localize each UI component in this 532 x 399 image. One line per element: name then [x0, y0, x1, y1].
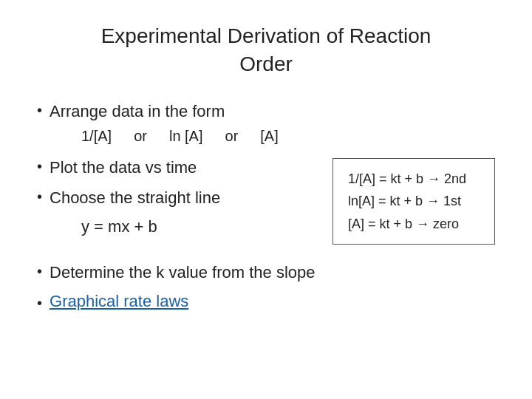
bullet-dot-3: •: [37, 185, 42, 208]
eq-line-2: ln[A] = kt + b → 1st: [348, 190, 480, 213]
bottom-bullets: • Determine the k value from the slope •…: [37, 260, 495, 318]
page-title: Experimental Derivation of Reaction Orde…: [37, 22, 495, 78]
data-item-3: [A]: [260, 128, 278, 145]
page: Experimental Derivation of Reaction Orde…: [0, 0, 532, 399]
left-bullets: • Plot the data vs time • Choose the str…: [37, 155, 220, 248]
arrange-text: Arrange data in the form: [50, 99, 225, 123]
data-item-1: 1/[A]: [81, 128, 112, 145]
middle-section: • Plot the data vs time • Choose the str…: [37, 155, 495, 248]
plot-text: Plot the data vs time: [50, 155, 197, 180]
bullet-choose: • Choose the straight line: [37, 185, 220, 210]
bullet-plot: • Plot the data vs time: [37, 155, 220, 180]
bullet-dot-5: •: [37, 292, 42, 314]
bullet-determine: • Determine the k value from the slope: [37, 260, 495, 284]
choose-text: Choose the straight line: [50, 185, 220, 210]
data-sep-2: or: [225, 128, 239, 145]
bullet-dot-2: •: [37, 155, 42, 177]
bullet-graphical: • Graphical rate laws: [37, 292, 495, 314]
determine-text: Determine the k value from the slope: [50, 260, 316, 284]
data-sep-1: or: [134, 128, 147, 145]
eq-line-1: 1/[A] = kt + b → 2nd: [348, 168, 480, 191]
equation-box: 1/[A] = kt + b → 2nd ln[A] = kt + b → 1s…: [332, 158, 495, 245]
graphical-rate-laws-link[interactable]: Graphical rate laws: [50, 292, 188, 311]
y-equals-mx-b: y = mx + b: [81, 217, 220, 236]
bullet-dot-1: •: [37, 99, 42, 121]
data-forms-row: 1/[A] or ln [A] or [A]: [81, 128, 495, 145]
bullet-arrange: • Arrange data in the form: [37, 99, 495, 123]
eq-line-3: [A] = kt + b → zero: [348, 213, 480, 236]
content: • Arrange data in the form 1/[A] or ln […: [37, 99, 495, 377]
bullet-dot-4: •: [37, 260, 42, 282]
data-item-2: ln [A]: [169, 128, 203, 145]
